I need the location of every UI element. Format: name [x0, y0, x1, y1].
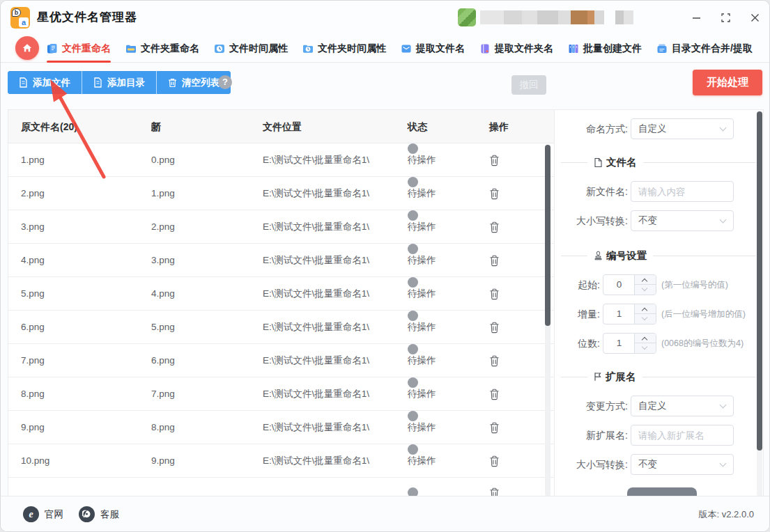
merge-extract-icon [656, 43, 668, 54]
extension-section-divider: 扩展名 [555, 369, 764, 384]
table-row-partial: i [8, 478, 554, 497]
app-window: b a 星优文件名管理器 [0, 0, 770, 532]
start-number-hint: (第一位编号的值) [661, 274, 728, 295]
new-filename: 4.png [151, 277, 175, 311]
delete-row-button[interactable] [489, 377, 500, 411]
support-link[interactable]: 客服 [79, 496, 119, 532]
chevron-down-icon [720, 217, 727, 224]
new-filename: 2.png [151, 210, 175, 244]
table-row: 4.png 3.png E:\测试文件\批量重命名1\ i 待操作 [8, 244, 554, 277]
add-files-button[interactable]: 添加文件 [8, 71, 82, 94]
close-button[interactable] [740, 1, 769, 34]
tab-extract-foldername[interactable]: 提取文件夹名 [479, 34, 553, 63]
delete-row-button[interactable] [489, 210, 500, 244]
delete-row-button[interactable] [489, 177, 500, 210]
increment-arrow[interactable] [635, 275, 656, 285]
new-extension-input[interactable] [631, 425, 734, 446]
tab-folder-rename[interactable]: 文件夹重命名 [125, 34, 199, 63]
file-icon [93, 77, 102, 88]
status-badge: i 待操作 [408, 411, 436, 444]
trash-icon [489, 389, 500, 400]
original-filename: 10.png [21, 444, 49, 478]
new-filename: 9.png [151, 444, 175, 478]
original-filename: 8.png [21, 377, 45, 411]
app-logo-icon: b a [10, 7, 30, 29]
filename-case-row: 大小写转换: 不变 [555, 210, 764, 231]
delete-row-button[interactable] [489, 444, 500, 478]
start-processing-button[interactable]: 开始处理 [693, 70, 762, 95]
tab-batch-create[interactable]: 批量创建文件 [568, 34, 642, 63]
table-row: 9.png 8.png E:\测试文件\批量重命名1\ i 待操作 [8, 411, 554, 444]
title-bar: b a 星优文件名管理器 [1, 1, 769, 34]
trash-icon [489, 455, 500, 467]
tab-merge-extract[interactable]: 目录文件合并/提取 [656, 34, 753, 63]
table-scrollbar-thumb[interactable] [545, 145, 550, 326]
tab-extract-filename[interactable]: 提取文件名 [401, 34, 465, 63]
minimize-button[interactable] [682, 1, 711, 34]
naming-method-select[interactable]: 自定义 [631, 118, 734, 139]
numbering-section-divider: 编号设置 [555, 248, 764, 263]
table-row: 1.png 0.png E:\测试文件\批量重命名1\ i 待操作 [8, 143, 554, 177]
digits-stepper[interactable]: 1 [603, 333, 656, 354]
file-location: E:\测试文件\批量重命名1\ [263, 177, 369, 210]
table-row: 8.png 7.png E:\测试文件\批量重命名1\ i 待操作 [8, 377, 554, 411]
status-badge: i 待操作 [408, 444, 436, 478]
add-directory-button[interactable]: 添加目录 [82, 71, 156, 94]
change-method-select[interactable]: 自定义 [631, 396, 734, 416]
increment-arrow[interactable] [635, 304, 656, 314]
increment-arrow[interactable] [635, 334, 656, 343]
extension-case-row: 大小写转换: 不变 [555, 454, 764, 475]
start-number-stepper[interactable]: 0 [603, 274, 656, 295]
delete-row-button[interactable] [489, 311, 500, 344]
table-row: 10.png 9.png E:\测试文件\批量重命名1\ i 待操作 [8, 444, 554, 478]
folder-time-icon [302, 43, 314, 54]
status-badge: i 待操作 [408, 210, 436, 244]
file-rename-icon [47, 43, 58, 54]
help-button[interactable]: ? [218, 75, 232, 89]
chevron-down-icon [720, 402, 727, 409]
new-filename: 5.png [151, 311, 175, 344]
delete-row-button[interactable] [489, 344, 500, 377]
delete-row-button[interactable] [489, 143, 500, 177]
info-icon: i [408, 311, 418, 321]
increment-stepper[interactable]: 1 [603, 304, 656, 324]
info-icon: i [408, 277, 418, 288]
naming-method-row: 命名方式: 自定义 [555, 118, 764, 139]
table-header: 原文件名(20) 新文件名 文件位置 状态 操作 [8, 110, 554, 143]
tab-folder-time[interactable]: 文件夹时间属性 [302, 34, 386, 63]
filename-case-select[interactable]: 不变 [631, 210, 734, 231]
trash-icon [489, 288, 500, 300]
maximize-button[interactable] [711, 1, 740, 34]
official-site-link[interactable]: e 官网 [23, 496, 63, 532]
extract-foldername-icon [479, 43, 491, 54]
new-filename: 6.png [151, 344, 175, 377]
tab-file-time[interactable]: 文件时间属性 [214, 34, 288, 63]
filename-section-divider: 文件名 [555, 155, 764, 170]
content-card: 原文件名(20) 新文件名 文件位置 状态 操作 1.png 0.png E:\… [8, 109, 764, 497]
extension-case-select[interactable]: 不变 [631, 454, 734, 475]
info-icon: i [408, 143, 418, 154]
user-avatar [458, 8, 476, 26]
decrement-arrow[interactable] [635, 285, 656, 295]
original-filename: 5.png [21, 277, 45, 311]
status-badge: i 待操作 [408, 277, 436, 311]
delete-row-button[interactable] [489, 277, 500, 311]
decrement-arrow[interactable] [635, 343, 656, 353]
user-account[interactable] [458, 8, 633, 26]
original-filename: 1.png [21, 143, 45, 177]
change-method-row: 变更方式: 自定义 [555, 396, 764, 416]
new-filename-input[interactable] [631, 181, 734, 202]
decrement-arrow[interactable] [635, 314, 656, 324]
col-original-name: 原文件名(20) [21, 110, 77, 143]
table-row: 6.png 5.png E:\测试文件\批量重命名1\ i 待操作 [8, 311, 554, 344]
home-button[interactable] [15, 36, 39, 60]
file-actions-group: 添加文件 添加目录 清空列表 [8, 71, 231, 94]
tab-file-rename[interactable]: 文件重命名 [47, 34, 111, 63]
delete-row-button[interactable] [489, 244, 500, 277]
file-location: E:\测试文件\批量重命名1\ [263, 377, 369, 411]
undo-button[interactable]: 撤回 [511, 75, 546, 95]
delete-row-button[interactable] [489, 411, 500, 444]
increment-row: 增量: 1 (后一位编号增加的值) [555, 304, 764, 324]
digits-hint: (0068的编号位数为4) [661, 333, 744, 354]
panel-scrollbar-thumb[interactable] [757, 111, 762, 451]
